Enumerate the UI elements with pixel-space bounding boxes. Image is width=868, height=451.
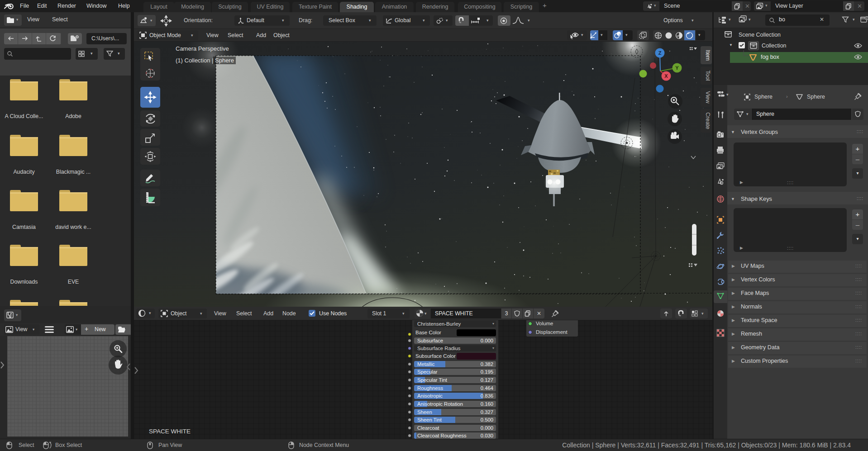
svg-text:Camera Perspective: Camera Perspective xyxy=(176,45,229,52)
svg-text:Z: Z xyxy=(658,50,662,56)
svg-text:Create: Create xyxy=(705,112,711,129)
svg-text:Y: Y xyxy=(675,65,679,71)
svg-text:X: X xyxy=(664,73,668,79)
svg-text:View: View xyxy=(705,91,711,104)
svg-text:Sphere: Sphere xyxy=(215,57,234,64)
svg-text:(1) Collection |: (1) Collection | xyxy=(176,57,214,64)
svg-text:Tool: Tool xyxy=(705,71,711,81)
svg-text:Item: Item xyxy=(705,50,711,61)
